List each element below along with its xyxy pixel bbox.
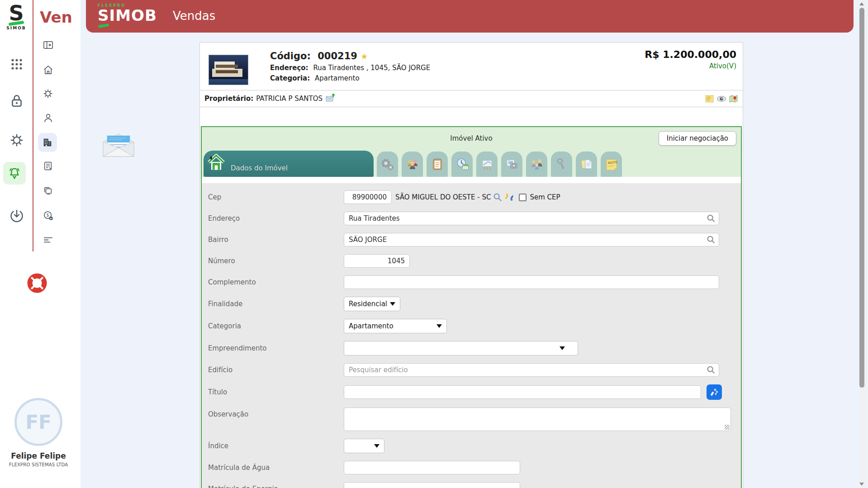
finalidade-select[interactable]: Residencial xyxy=(344,297,400,311)
tab-gears[interactable] xyxy=(377,152,398,177)
cep-route-icon[interactable] xyxy=(504,192,514,202)
tab-documents[interactable] xyxy=(576,152,597,177)
list-lines-icon[interactable] xyxy=(42,234,54,246)
proprietario-label: Proprietário: xyxy=(204,95,253,103)
cep-input[interactable] xyxy=(344,190,392,204)
cep-search-icon[interactable] xyxy=(493,192,503,202)
titulo-input[interactable] xyxy=(344,385,701,399)
categoria-value: Apartamento xyxy=(315,74,360,82)
categoria-select[interactable]: Apartamento xyxy=(344,319,447,333)
notifications-bell-icon[interactable] xyxy=(3,162,26,185)
complemento-label: Complemento xyxy=(208,278,344,286)
tab-photos[interactable] xyxy=(501,152,522,177)
titulo-label: Título xyxy=(208,388,344,396)
bairro-search-icon[interactable] xyxy=(706,235,716,245)
person-icon[interactable] xyxy=(42,112,54,123)
user-profile[interactable]: FF Felipe Felipe FLEXPRO SISTEMAS LTDA xyxy=(0,398,77,467)
magic-wand-icon xyxy=(710,388,719,397)
easel-icon xyxy=(480,157,494,171)
tab-content-divider xyxy=(202,177,741,183)
resize-grip[interactable] xyxy=(725,425,730,430)
sticky-note-icon: NOTE xyxy=(605,157,618,171)
tab-dados-do-imovel[interactable]: Dados do Imóvel xyxy=(204,151,374,177)
team-icon xyxy=(406,157,419,171)
codigo-value: 000219 xyxy=(318,51,357,62)
tab-team[interactable] xyxy=(402,152,423,177)
form-row-matricula-energia: Matrícula de Energia xyxy=(208,482,741,488)
header-brand-logo[interactable]: FLEXPRO SIMOB xyxy=(98,4,157,23)
send-mail-icon[interactable] xyxy=(326,93,336,104)
bairro-input[interactable] xyxy=(344,233,719,246)
indice-select[interactable] xyxy=(344,439,384,453)
gear-icon[interactable] xyxy=(9,133,24,148)
help-lifesaver-icon[interactable] xyxy=(25,271,49,295)
home-icon[interactable] xyxy=(42,64,54,76)
family-icon xyxy=(530,157,544,171)
observacao-textarea[interactable] xyxy=(344,407,731,431)
lock-icon[interactable] xyxy=(9,93,24,109)
download-icon[interactable] xyxy=(9,208,24,223)
tab-keys[interactable] xyxy=(551,152,572,177)
gears-icon xyxy=(381,157,394,171)
property-price: R$ 1.200.000,00 xyxy=(645,49,736,60)
matricula-energia-label: Matrícula de Energia xyxy=(208,485,344,488)
scroll-down-arrow-icon[interactable] xyxy=(859,483,864,486)
tab-sticky-note[interactable]: NOTE xyxy=(601,152,622,177)
simob-logo-caption: SIMOB xyxy=(2,26,31,30)
chevron-down-icon xyxy=(560,346,565,350)
favorite-star-icon[interactable]: ★ xyxy=(360,52,368,61)
scrollbar-thumb[interactable] xyxy=(859,8,864,388)
empreendimento-select[interactable] xyxy=(344,341,578,355)
form-row-empreendimento: Empreendimento xyxy=(208,341,741,355)
edificio-input[interactable] xyxy=(344,363,719,377)
tab-family[interactable] xyxy=(526,152,547,177)
sem-cep-checkbox[interactable] xyxy=(519,194,526,201)
simob-logo[interactable]: S SIMOB xyxy=(2,3,31,30)
edificio-label: Edifício xyxy=(208,366,344,374)
tab-strip: Dados do Imóvel xyxy=(202,150,741,177)
notes-icon[interactable] xyxy=(705,94,714,104)
copy-stack-icon[interactable] xyxy=(42,185,54,197)
matricula-energia-input[interactable] xyxy=(344,482,520,488)
generate-title-button[interactable] xyxy=(707,384,722,400)
chevron-down-icon xyxy=(390,302,395,306)
proprietario-value: PATRICIA P SANTOS xyxy=(256,95,323,103)
edificio-search-icon[interactable] xyxy=(706,365,716,375)
currency-check-icon[interactable]: $ xyxy=(42,209,54,221)
mail-envelope-graphic xyxy=(100,132,137,159)
module-label: Ven xyxy=(40,8,72,26)
empreendimento-label: Empreendimento xyxy=(208,344,344,352)
start-negotiation-button[interactable]: Iniciar negociação xyxy=(659,131,736,146)
numero-input[interactable] xyxy=(344,254,410,268)
sem-cep-label: Sem CEP xyxy=(530,193,560,201)
imovel-form: Cep SÃO MIGUEL DO OESTE - SC Sem CEP xyxy=(202,183,741,488)
eye-icon[interactable] xyxy=(716,94,726,104)
map-icon[interactable] xyxy=(729,94,738,104)
property-photo[interactable] xyxy=(209,55,248,85)
form-row-complemento: Complemento xyxy=(208,275,741,289)
tab-schedule[interactable] xyxy=(451,152,473,177)
apps-grid-icon[interactable] xyxy=(9,57,24,72)
endereco-input[interactable] xyxy=(344,212,719,225)
svg-text:$: $ xyxy=(46,212,49,217)
complemento-input[interactable] xyxy=(344,275,719,289)
settings-gear-icon[interactable] xyxy=(42,88,54,99)
property-summary: Código: 000219 ★ Endereço: Rua Tiradente… xyxy=(270,51,430,82)
clipboard-icon xyxy=(431,157,444,171)
vertical-scrollbar[interactable] xyxy=(860,0,867,488)
tab-easel[interactable] xyxy=(476,152,498,177)
collapse-panel-icon[interactable] xyxy=(42,39,54,51)
bairro-label: Bairro xyxy=(208,236,344,244)
buildings-icon-active[interactable] xyxy=(38,133,57,152)
tab-clipboard[interactable] xyxy=(427,152,448,177)
matricula-agua-input[interactable] xyxy=(344,461,520,474)
endereco-search-icon[interactable] xyxy=(706,213,716,223)
avatar[interactable]: FF xyxy=(14,398,62,446)
chevron-down-icon xyxy=(374,444,379,448)
scroll-up-arrow-icon[interactable] xyxy=(859,2,864,5)
endereco-value: Rua Tiradentes , 1045, SÃO JORGE xyxy=(313,64,430,72)
endereco-field-label: Endereço xyxy=(208,214,344,223)
document-icon[interactable] xyxy=(42,160,54,172)
finalidade-label: Finalidade xyxy=(208,300,344,308)
categoria-label: Categoria: xyxy=(270,74,310,82)
